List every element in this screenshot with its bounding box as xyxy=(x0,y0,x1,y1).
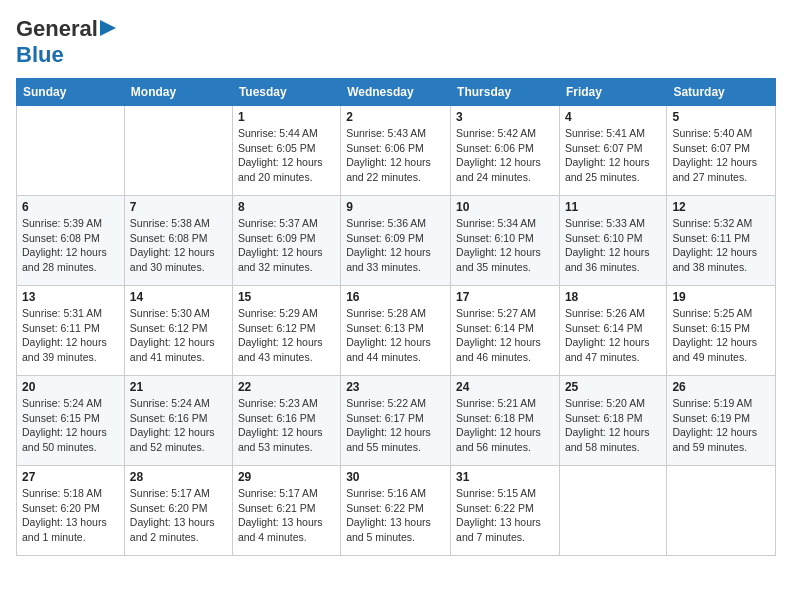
cell-content: Sunrise: 5:42 AM Sunset: 6:06 PM Dayligh… xyxy=(456,126,554,185)
day-number: 5 xyxy=(672,110,770,124)
day-of-week-header: Tuesday xyxy=(232,79,340,106)
cell-content: Sunrise: 5:21 AM Sunset: 6:18 PM Dayligh… xyxy=(456,396,554,455)
calendar-cell: 9Sunrise: 5:36 AM Sunset: 6:09 PM Daylig… xyxy=(341,196,451,286)
day-number: 19 xyxy=(672,290,770,304)
cell-content: Sunrise: 5:20 AM Sunset: 6:18 PM Dayligh… xyxy=(565,396,661,455)
cell-content: Sunrise: 5:43 AM Sunset: 6:06 PM Dayligh… xyxy=(346,126,445,185)
calendar-cell: 1Sunrise: 5:44 AM Sunset: 6:05 PM Daylig… xyxy=(232,106,340,196)
day-number: 15 xyxy=(238,290,335,304)
calendar-cell: 30Sunrise: 5:16 AM Sunset: 6:22 PM Dayli… xyxy=(341,466,451,556)
calendar-cell xyxy=(17,106,125,196)
day-of-week-header: Monday xyxy=(124,79,232,106)
cell-content: Sunrise: 5:22 AM Sunset: 6:17 PM Dayligh… xyxy=(346,396,445,455)
cell-content: Sunrise: 5:39 AM Sunset: 6:08 PM Dayligh… xyxy=(22,216,119,275)
calendar-cell: 14Sunrise: 5:30 AM Sunset: 6:12 PM Dayli… xyxy=(124,286,232,376)
calendar-week-row: 20Sunrise: 5:24 AM Sunset: 6:15 PM Dayli… xyxy=(17,376,776,466)
calendar-cell: 12Sunrise: 5:32 AM Sunset: 6:11 PM Dayli… xyxy=(667,196,776,286)
day-number: 17 xyxy=(456,290,554,304)
calendar-cell: 26Sunrise: 5:19 AM Sunset: 6:19 PM Dayli… xyxy=(667,376,776,466)
calendar-cell: 5Sunrise: 5:40 AM Sunset: 6:07 PM Daylig… xyxy=(667,106,776,196)
day-of-week-header: Friday xyxy=(559,79,666,106)
cell-content: Sunrise: 5:15 AM Sunset: 6:22 PM Dayligh… xyxy=(456,486,554,545)
cell-content: Sunrise: 5:16 AM Sunset: 6:22 PM Dayligh… xyxy=(346,486,445,545)
day-number: 12 xyxy=(672,200,770,214)
cell-content: Sunrise: 5:24 AM Sunset: 6:16 PM Dayligh… xyxy=(130,396,227,455)
day-number: 13 xyxy=(22,290,119,304)
day-number: 23 xyxy=(346,380,445,394)
calendar-cell: 23Sunrise: 5:22 AM Sunset: 6:17 PM Dayli… xyxy=(341,376,451,466)
cell-content: Sunrise: 5:41 AM Sunset: 6:07 PM Dayligh… xyxy=(565,126,661,185)
day-of-week-header: Saturday xyxy=(667,79,776,106)
calendar-body: 1Sunrise: 5:44 AM Sunset: 6:05 PM Daylig… xyxy=(17,106,776,556)
logo: General Blue xyxy=(16,16,116,68)
calendar-week-row: 1Sunrise: 5:44 AM Sunset: 6:05 PM Daylig… xyxy=(17,106,776,196)
calendar-cell: 16Sunrise: 5:28 AM Sunset: 6:13 PM Dayli… xyxy=(341,286,451,376)
cell-content: Sunrise: 5:17 AM Sunset: 6:21 PM Dayligh… xyxy=(238,486,335,545)
day-number: 11 xyxy=(565,200,661,214)
calendar-cell: 11Sunrise: 5:33 AM Sunset: 6:10 PM Dayli… xyxy=(559,196,666,286)
day-number: 7 xyxy=(130,200,227,214)
calendar-cell: 25Sunrise: 5:20 AM Sunset: 6:18 PM Dayli… xyxy=(559,376,666,466)
calendar-cell: 22Sunrise: 5:23 AM Sunset: 6:16 PM Dayli… xyxy=(232,376,340,466)
day-number: 18 xyxy=(565,290,661,304)
calendar-cell xyxy=(124,106,232,196)
calendar-cell: 24Sunrise: 5:21 AM Sunset: 6:18 PM Dayli… xyxy=(451,376,560,466)
cell-content: Sunrise: 5:44 AM Sunset: 6:05 PM Dayligh… xyxy=(238,126,335,185)
cell-content: Sunrise: 5:23 AM Sunset: 6:16 PM Dayligh… xyxy=(238,396,335,455)
cell-content: Sunrise: 5:27 AM Sunset: 6:14 PM Dayligh… xyxy=(456,306,554,365)
cell-content: Sunrise: 5:28 AM Sunset: 6:13 PM Dayligh… xyxy=(346,306,445,365)
cell-content: Sunrise: 5:37 AM Sunset: 6:09 PM Dayligh… xyxy=(238,216,335,275)
cell-content: Sunrise: 5:34 AM Sunset: 6:10 PM Dayligh… xyxy=(456,216,554,275)
cell-content: Sunrise: 5:29 AM Sunset: 6:12 PM Dayligh… xyxy=(238,306,335,365)
day-of-week-header: Wednesday xyxy=(341,79,451,106)
cell-content: Sunrise: 5:38 AM Sunset: 6:08 PM Dayligh… xyxy=(130,216,227,275)
page-header: General Blue xyxy=(16,16,776,68)
day-number: 9 xyxy=(346,200,445,214)
day-number: 14 xyxy=(130,290,227,304)
day-of-week-header: Sunday xyxy=(17,79,125,106)
cell-content: Sunrise: 5:33 AM Sunset: 6:10 PM Dayligh… xyxy=(565,216,661,275)
day-number: 4 xyxy=(565,110,661,124)
calendar-cell: 13Sunrise: 5:31 AM Sunset: 6:11 PM Dayli… xyxy=(17,286,125,376)
day-of-week-header: Thursday xyxy=(451,79,560,106)
calendar-cell: 29Sunrise: 5:17 AM Sunset: 6:21 PM Dayli… xyxy=(232,466,340,556)
calendar-cell: 10Sunrise: 5:34 AM Sunset: 6:10 PM Dayli… xyxy=(451,196,560,286)
day-number: 26 xyxy=(672,380,770,394)
calendar-cell: 18Sunrise: 5:26 AM Sunset: 6:14 PM Dayli… xyxy=(559,286,666,376)
calendar-week-row: 6Sunrise: 5:39 AM Sunset: 6:08 PM Daylig… xyxy=(17,196,776,286)
day-number: 2 xyxy=(346,110,445,124)
day-number: 8 xyxy=(238,200,335,214)
day-number: 16 xyxy=(346,290,445,304)
cell-content: Sunrise: 5:32 AM Sunset: 6:11 PM Dayligh… xyxy=(672,216,770,275)
calendar-cell: 6Sunrise: 5:39 AM Sunset: 6:08 PM Daylig… xyxy=(17,196,125,286)
calendar-cell xyxy=(667,466,776,556)
cell-content: Sunrise: 5:24 AM Sunset: 6:15 PM Dayligh… xyxy=(22,396,119,455)
calendar-cell xyxy=(559,466,666,556)
calendar-cell: 27Sunrise: 5:18 AM Sunset: 6:20 PM Dayli… xyxy=(17,466,125,556)
calendar-cell: 28Sunrise: 5:17 AM Sunset: 6:20 PM Dayli… xyxy=(124,466,232,556)
day-number: 24 xyxy=(456,380,554,394)
cell-content: Sunrise: 5:31 AM Sunset: 6:11 PM Dayligh… xyxy=(22,306,119,365)
svg-marker-0 xyxy=(100,20,116,36)
day-number: 3 xyxy=(456,110,554,124)
day-number: 29 xyxy=(238,470,335,484)
cell-content: Sunrise: 5:18 AM Sunset: 6:20 PM Dayligh… xyxy=(22,486,119,545)
calendar-week-row: 13Sunrise: 5:31 AM Sunset: 6:11 PM Dayli… xyxy=(17,286,776,376)
calendar-cell: 3Sunrise: 5:42 AM Sunset: 6:06 PM Daylig… xyxy=(451,106,560,196)
cell-content: Sunrise: 5:30 AM Sunset: 6:12 PM Dayligh… xyxy=(130,306,227,365)
day-number: 10 xyxy=(456,200,554,214)
calendar-table: SundayMondayTuesdayWednesdayThursdayFrid… xyxy=(16,78,776,556)
day-number: 20 xyxy=(22,380,119,394)
cell-content: Sunrise: 5:26 AM Sunset: 6:14 PM Dayligh… xyxy=(565,306,661,365)
calendar-cell: 21Sunrise: 5:24 AM Sunset: 6:16 PM Dayli… xyxy=(124,376,232,466)
calendar-cell: 19Sunrise: 5:25 AM Sunset: 6:15 PM Dayli… xyxy=(667,286,776,376)
logo-blue-text: Blue xyxy=(16,42,64,67)
logo-general-text: General xyxy=(16,16,98,42)
calendar-header-row: SundayMondayTuesdayWednesdayThursdayFrid… xyxy=(17,79,776,106)
cell-content: Sunrise: 5:25 AM Sunset: 6:15 PM Dayligh… xyxy=(672,306,770,365)
calendar-cell: 20Sunrise: 5:24 AM Sunset: 6:15 PM Dayli… xyxy=(17,376,125,466)
day-number: 21 xyxy=(130,380,227,394)
calendar-cell: 8Sunrise: 5:37 AM Sunset: 6:09 PM Daylig… xyxy=(232,196,340,286)
calendar-cell: 2Sunrise: 5:43 AM Sunset: 6:06 PM Daylig… xyxy=(341,106,451,196)
day-number: 30 xyxy=(346,470,445,484)
